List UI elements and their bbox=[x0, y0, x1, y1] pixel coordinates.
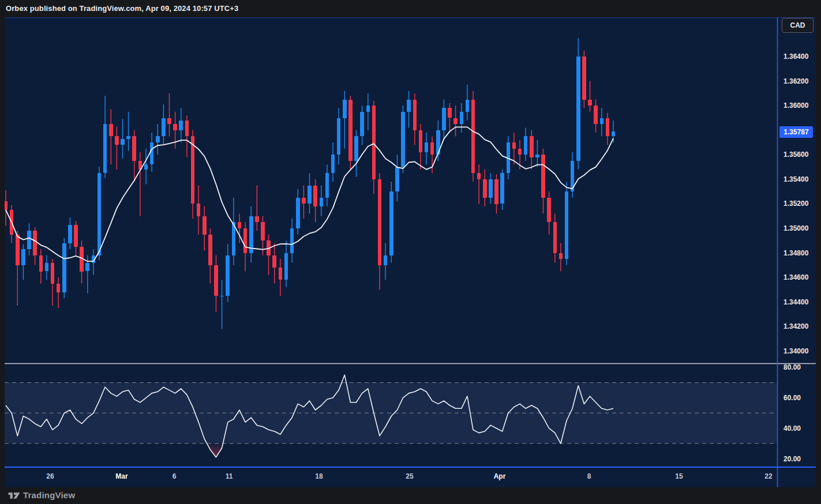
price-tick-label: 1.35200 bbox=[783, 199, 808, 208]
footer-bar: TradingView bbox=[0, 487, 821, 504]
attribution-bar: Orbex published on TradingView.com, Apr … bbox=[0, 0, 821, 17]
price-tick-label: 1.35400 bbox=[783, 175, 808, 184]
time-month-label: Apr bbox=[494, 472, 506, 481]
price-tick-label: 1.36400 bbox=[783, 52, 808, 61]
time-day-label: 25 bbox=[406, 472, 413, 481]
symbol-badge[interactable]: CAD bbox=[782, 18, 813, 33]
time-day-label: 22 bbox=[764, 472, 772, 481]
time-day-label: 11 bbox=[226, 472, 233, 481]
current-price-badge: 1.35787 bbox=[779, 126, 813, 138]
rsi-tick-label: 60.00 bbox=[783, 393, 801, 403]
tradingview-logo-icon[interactable] bbox=[8, 491, 21, 501]
tradingview-chart-page: Orbex published on TradingView.com, Apr … bbox=[0, 0, 821, 504]
price-tick-label: 1.34000 bbox=[783, 347, 808, 356]
price-tick-label: 1.36200 bbox=[783, 77, 808, 86]
price-tick-label: 1.34200 bbox=[783, 322, 808, 331]
chart-canvas[interactable] bbox=[5, 17, 816, 487]
time-day-label: 6 bbox=[173, 472, 177, 481]
price-tick-label: 1.35000 bbox=[783, 224, 808, 233]
current-price-label: 1.35787 bbox=[783, 128, 808, 136]
time-month-label: Mar bbox=[115, 472, 128, 481]
time-day-label: 18 bbox=[315, 472, 323, 481]
time-day-label: 15 bbox=[675, 472, 683, 481]
tradingview-brand-text[interactable]: TradingView bbox=[23, 490, 75, 500]
price-tick-label: 1.34400 bbox=[783, 298, 808, 307]
price-tick-label: 1.34600 bbox=[783, 273, 808, 282]
symbol-badge-label: CAD bbox=[790, 21, 805, 29]
time-day-label: 26 bbox=[46, 472, 54, 481]
price-tick-label: 1.36000 bbox=[783, 101, 808, 110]
publisher-attribution: Orbex published on TradingView.com, Apr … bbox=[6, 4, 238, 13]
rsi-tick-label: 40.00 bbox=[783, 424, 801, 433]
rsi-tick-label: 80.00 bbox=[783, 363, 801, 372]
price-tick-label: 1.34800 bbox=[783, 249, 808, 258]
price-tick-label: 1.35600 bbox=[783, 150, 808, 159]
time-day-label: 8 bbox=[587, 472, 591, 481]
rsi-tick-label: 20.00 bbox=[783, 454, 801, 464]
